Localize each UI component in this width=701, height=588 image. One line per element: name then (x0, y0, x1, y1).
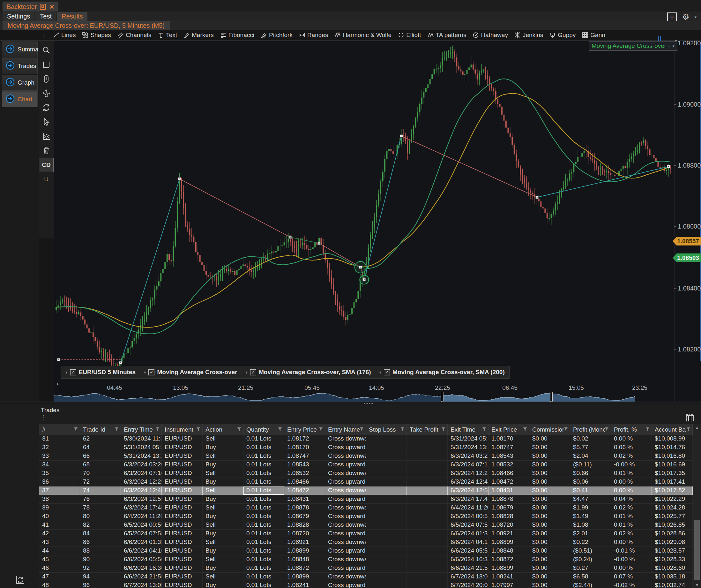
chevron-down-icon[interactable]: ▾ (672, 44, 675, 48)
filter-funnel-icon[interactable] (237, 427, 241, 432)
sidebar-item-summary[interactable]: Summary (2, 41, 38, 57)
column-header-entry-price[interactable]: Entry Price (284, 424, 325, 435)
tool-cd[interactable]: CD (39, 158, 54, 172)
scroll-up-icon[interactable]: ▲ (693, 425, 701, 430)
navigator-handle[interactable] (441, 392, 443, 402)
candlestick-chart[interactable] (54, 40, 674, 367)
menu-tab-settings[interactable]: Settings (3, 12, 34, 21)
draw-tool-markers[interactable]: Markers (184, 32, 214, 39)
filter-funnel-icon[interactable] (441, 427, 445, 432)
filter-funnel-icon[interactable] (155, 427, 160, 432)
table-row[interactable]: 32645/31/2024 05:20:00EUR/USDBuy0.01 Lot… (39, 443, 693, 452)
legend-checkbox[interactable]: ✓ (250, 369, 256, 375)
draw-tool-hathaway[interactable]: Hathaway (473, 32, 508, 39)
draw-tool-harmonic-wolfe[interactable]: ABCDHarmonic & Wolfe (334, 32, 392, 39)
column-header-instrument[interactable]: Instrument (162, 424, 203, 435)
table-row[interactable]: 36726/3/2024 12:25:00EUR/USDBuy0.01 Lots… (39, 478, 693, 486)
filter-funnel-icon[interactable] (686, 427, 690, 432)
chevron-down-icon[interactable]: ▾ (380, 370, 382, 375)
column-header-entry-name[interactable]: Entry Name (325, 424, 366, 435)
zoom-icon[interactable] (39, 43, 54, 57)
expand-arrow-icon[interactable]: ▸ (57, 381, 59, 386)
table-row[interactable]: 35706/3/2024 07:10:00EUR/USDSell0.01 Lot… (39, 469, 693, 478)
popout-icon[interactable] (40, 4, 46, 10)
draw-tool-fibonacci[interactable]: Fibonacci (220, 32, 254, 39)
chevron-down-icon[interactable]: ▾ (245, 370, 248, 375)
column-header-quantity[interactable]: Quantity (243, 424, 284, 435)
table-row[interactable]: 37746/3/2024 12:40:00EUR/USDSell0.01 Lot… (39, 486, 693, 495)
table-row[interactable]: 42846/5/2024 07:55:00EUR/USDBuy0.01 Lots… (39, 530, 693, 538)
trades-grip[interactable]: ⋮ (40, 414, 46, 421)
filter-funnel-icon[interactable] (278, 427, 282, 432)
filter-funnel-icon[interactable] (319, 427, 323, 432)
scroll-down-icon[interactable]: ▼ (693, 583, 701, 587)
table-row[interactable]: 45906/6/2024 05:50:00EUR/USDSell0.01 Lot… (39, 555, 693, 564)
filter-funnel-icon[interactable] (564, 427, 568, 432)
depth-icon[interactable] (39, 129, 54, 143)
legend-checkbox[interactable]: ✓ (70, 369, 76, 375)
filter-funnel-icon[interactable] (114, 427, 119, 432)
draw-tool-ranges[interactable]: Ranges (299, 32, 328, 39)
column-header-take-profit[interactable]: Take Profit (407, 424, 448, 435)
column-header-account-balance[interactable]: Account Balance (652, 424, 693, 435)
chevron-down-icon[interactable]: ▾ (65, 370, 68, 375)
column-header-commission[interactable]: Commission (529, 424, 570, 435)
sidebar-item-graph[interactable]: Graph (2, 75, 38, 91)
mouse-scroll-icon[interactable] (39, 72, 54, 86)
chart-refresh-icon[interactable] (14, 574, 25, 587)
chevron-down-icon[interactable]: ▾ (144, 370, 146, 375)
column-header-profit-money-[interactable]: Profit (Money) (570, 424, 611, 435)
table-row[interactable]: 34686/3/2024 03:20:00EUR/USDBuy0.01 Lots… (39, 461, 693, 469)
filter-funnel-icon[interactable] (401, 427, 405, 432)
column-header-action[interactable]: Action (203, 424, 243, 435)
close-icon[interactable]: ✕ (49, 3, 54, 11)
draw-tool-elliott[interactable]: Elliott (398, 32, 421, 39)
filter-funnel-icon[interactable] (523, 427, 527, 432)
draw-tool-jenkins[interactable]: Jenkins (514, 32, 543, 39)
column-header-exit-price[interactable]: Exit Price (488, 424, 529, 435)
legend-checkbox[interactable]: ✓ (384, 369, 390, 375)
table-row[interactable]: 46926/6/2024 16:30:00EUR/USDBuy0.01 Lots… (39, 564, 693, 573)
tool-u[interactable]: U (39, 172, 54, 186)
navigator-handle[interactable] (550, 392, 552, 402)
table-row[interactable]: 31625/30/2024 11:35:00EUR/USDSell0.01 Lo… (39, 435, 693, 443)
table-row[interactable]: 33665/31/2024 13:15:00EUR/USDSell0.01 Lo… (39, 452, 693, 461)
pan-icon[interactable] (39, 86, 54, 100)
filter-funnel-icon[interactable] (646, 427, 650, 432)
draw-tool-ta-patterns[interactable]: TA patterns (428, 32, 466, 39)
table-row[interactable]: 41826/5/2024 00:55:00EUR/USDSell0.01 Lot… (39, 521, 693, 530)
column-header-exit-time[interactable]: Exit Time (448, 424, 488, 435)
filter-funnel-icon[interactable] (482, 427, 486, 432)
filter-funnel-icon[interactable] (74, 427, 78, 432)
gear-icon[interactable]: ⚙ (682, 12, 689, 22)
table-row[interactable]: 39786/3/2024 17:45:00EUR/USDSell0.01 Lot… (39, 504, 693, 512)
filter-funnel-icon[interactable] (605, 427, 609, 432)
column-chooser-icon[interactable] (685, 412, 695, 424)
table-row[interactable]: 40806/4/2024 11:20:00EUR/USDBuy0.01 Lots… (39, 512, 693, 521)
draw-tool-lines[interactable]: Lines (53, 32, 76, 39)
sidebar-item-chart[interactable]: Chart (2, 91, 38, 107)
menu-tab-test[interactable]: Test (35, 12, 56, 21)
axis-collapse-icon[interactable]: ▾ (675, 38, 677, 43)
table-row[interactable]: 44886/6/2024 04:10:00EUR/USDBuy0.01 Lots… (39, 547, 693, 555)
table-row[interactable]: 43866/6/2024 01:35:00EUR/USDSell0.01 Lot… (39, 538, 693, 547)
column-header-#[interactable]: # (39, 424, 80, 435)
cursor-icon[interactable] (39, 115, 54, 129)
toolbar-grip[interactable]: ⋮ (41, 31, 47, 39)
column-header-entry-time[interactable]: Entry Time (121, 424, 162, 435)
chart-navigator[interactable] (54, 392, 674, 402)
table-row[interactable]: 47946/6/2024 21:55:00EUR/USDSell0.01 Lot… (39, 573, 693, 581)
trash-icon[interactable] (39, 144, 54, 158)
table-row[interactable]: 48966/7/2024 13:05:00EUR/USDBuy0.01 Lots… (39, 581, 693, 588)
legend-checkbox[interactable]: ✓ (148, 369, 155, 375)
draw-tool-text[interactable]: Text (158, 32, 177, 39)
filter-funnel-icon[interactable] (360, 427, 364, 432)
menu-tab-results[interactable]: Results (57, 12, 87, 21)
strategy-status-dropdown[interactable]: Moving Average Cross-over - Running ▾ (589, 41, 677, 51)
column-header-profit-%[interactable]: Profit, % (611, 424, 652, 435)
sidebar-item-trades[interactable]: Trades (2, 58, 38, 74)
backtester-tab[interactable]: Backtester ✕ (3, 2, 58, 12)
table-row[interactable]: 38766/3/2024 12:55:00EUR/USDBuy0.01 Lots… (39, 495, 693, 504)
column-header-trade-id[interactable]: Trade Id (80, 424, 121, 435)
select-region-icon[interactable] (39, 57, 54, 71)
